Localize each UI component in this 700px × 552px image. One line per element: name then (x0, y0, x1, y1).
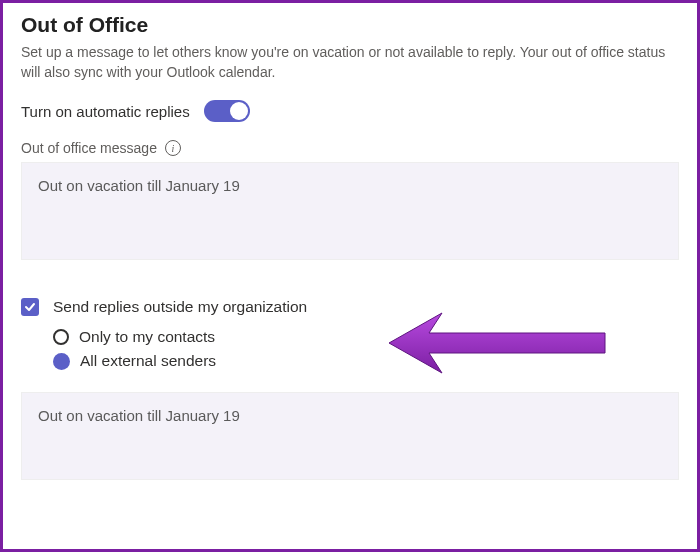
radio-contacts-row[interactable]: Only to my contacts (53, 328, 679, 346)
radio-contacts-label: Only to my contacts (79, 328, 215, 346)
auto-replies-label: Turn on automatic replies (21, 103, 190, 120)
auto-replies-toggle[interactable] (204, 100, 250, 122)
radio-all[interactable] (53, 353, 70, 370)
radio-all-row[interactable]: All external senders (53, 352, 679, 370)
toggle-knob (230, 102, 248, 120)
internal-message-label: Out of office message (21, 140, 157, 156)
external-replies-row: Send replies outside my organization (21, 298, 679, 316)
radio-all-label: All external senders (80, 352, 216, 370)
page-title: Out of Office (21, 13, 679, 37)
external-replies-checkbox[interactable] (21, 298, 39, 316)
radio-contacts[interactable] (53, 329, 69, 345)
external-replies-label: Send replies outside my organization (53, 298, 307, 316)
auto-replies-row: Turn on automatic replies (21, 100, 679, 122)
page-description: Set up a message to let others know you'… (21, 43, 679, 82)
check-icon (24, 301, 36, 313)
info-icon[interactable]: i (165, 140, 181, 156)
internal-message-input[interactable] (21, 162, 679, 260)
external-message-input[interactable] (21, 392, 679, 480)
internal-message-header: Out of office message i (21, 140, 679, 156)
external-scope-group: Only to my contacts All external senders (21, 328, 679, 370)
